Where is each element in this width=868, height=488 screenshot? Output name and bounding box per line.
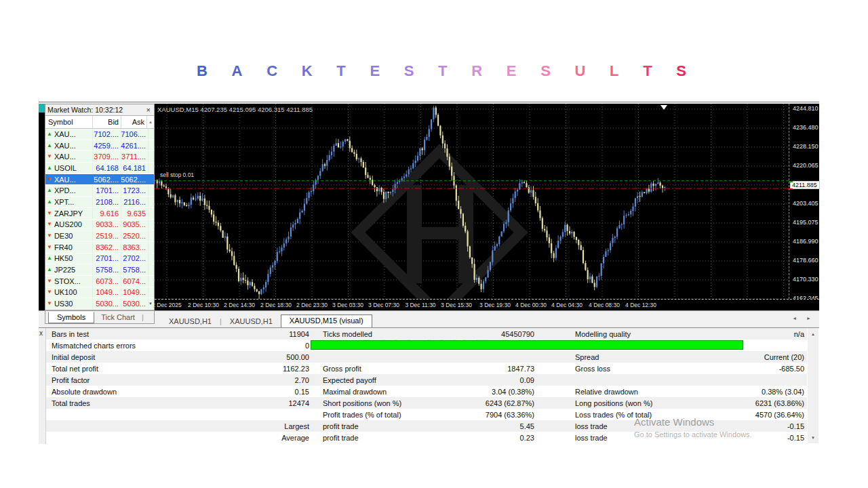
symbol-cell: ▲JP225 [45,264,93,275]
metric-label: Short positions (won %) [317,399,480,407]
market-watch-row[interactable]: ▲XAU...7102....7106.... [45,129,154,140]
market-watch-row[interactable]: ▼AUS2009033...9035... [45,220,154,231]
market-watch-row[interactable]: ▲XAU...4259....4261.... [45,140,154,152]
symbol-cell: ▲USOIL [45,163,93,174]
scroll-down-icon[interactable]: ▼ [149,302,154,306]
column-symbol[interactable]: Symbol [45,116,93,128]
chart-tab[interactable]: XAUUSD,H1 [222,316,281,327]
scroll-up-icon[interactable]: ▲ [808,329,818,339]
metric-label: Modelling quality [570,330,751,338]
tab-tick-chart[interactable]: Tick Chart [94,312,142,322]
arrow-down-icon: ▼ [47,211,52,216]
arrow-down-icon: ▼ [47,301,52,306]
time-tick: 3 Dec 07:30 [368,302,399,308]
price-tick: 4195.075 [793,219,818,226]
market-watch-row[interactable]: ▲XPT...2108...2116... [45,197,154,208]
scroll-down-icon[interactable]: ▼ [808,432,818,443]
market-watch-row[interactable]: ▼UK1001049...1049... [45,287,154,299]
column-bid[interactable]: Bid [93,116,121,128]
ask-cell: 1723... [121,185,149,196]
title-letter: R [471,62,482,80]
metric-value: Largest [255,422,312,430]
close-icon[interactable]: x [39,329,43,337]
title-letter: C [267,62,277,80]
ask-cell: 1049... [121,287,149,298]
mt4-window: Market Watch: 10:32:12 × Symbol Bid Ask … [39,102,819,443]
time-axis[interactable]: 2 Dec 20252 Dec 10:302 Dec 14:302 Dec 18… [155,299,819,310]
chart-tab[interactable]: XAUUSD,M15 (visual) [281,314,372,328]
title-letter: B [197,62,208,80]
ask-cell: 2116... [121,197,149,207]
arrow-up-icon: ▲ [47,267,52,272]
column-ask[interactable]: Ask [121,116,147,128]
metric-label: Total trades [46,399,255,407]
symbol-name: FR40 [54,243,73,251]
market-watch-row[interactable]: ▼US305030...5030...▼ [45,298,154,310]
symbol-cell: ▼AUS200 [45,220,93,230]
scroll-up-icon[interactable]: ▲ [147,120,154,124]
price-tick: 4220.065 [793,162,818,169]
ask-cell: 5030... [121,298,149,309]
metric-value: 0.15 [255,388,312,396]
market-watch-row[interactable]: ▼XAU...3709....3711.... [45,151,154,163]
metric-label: Bars in test [46,330,255,338]
market-watch-row[interactable]: ▼FR408362...8363... [45,242,154,253]
symbol-cell: ▼STOX... [45,276,93,287]
metric-value: 11904 [255,330,312,338]
arrow-up-icon: ▲ [47,188,52,193]
symbol-cell: ▲XPT... [45,197,93,207]
time-tick: 4 Dec 00:30 [515,302,547,308]
metric-label: Expected payoff [317,376,480,384]
market-watch-row[interactable]: ▼ZARJPY9.6169.635 [45,208,154,220]
bid-cell: 1049... [93,287,121,298]
symbol-name: USOIL [54,164,77,172]
ask-cell: 9.635 [121,208,149,219]
ask-cell: 4261.... [121,140,149,151]
metric-label: Absolute drawdown [46,388,255,396]
market-watch-row[interactable]: ▲XPD...1701...1723... [45,185,154,197]
price-tick: 4178.660 [793,257,818,264]
metric-value: 500.00 [255,353,312,361]
results-row: Absolute drawdown0.15Maximal drawdown3.0… [46,386,807,397]
arrow-down-icon: ▼ [47,154,52,159]
time-tick: 2 Dec 14:30 [224,302,255,308]
market-watch-row[interactable]: ▼DE302519...2520... [45,230,154,242]
metric-value: 6243 (62.87%) [480,399,537,407]
market-watch-row[interactable]: ▲JP2255758...5758... [45,264,154,276]
chart-tab[interactable]: XAUUSD,H1 [161,316,220,327]
activate-windows-watermark: Activate Windows Go to Settings to activ… [634,416,752,439]
metric-value: n/a [751,330,807,338]
arrow-down-icon: ▼ [47,177,52,182]
market-watch-row[interactable]: ▲HK502701...2702... [45,253,154,265]
arrow-up-icon: ▲ [47,143,52,148]
bid-cell: 5030... [93,298,121,309]
metric-value: 5.45 [480,422,537,430]
symbol-cell: ▼DE30 [45,230,93,241]
close-icon[interactable]: × [145,106,152,114]
time-tick: 3 Dec 15:30 [441,302,472,308]
metric-label: profit trade [317,422,480,430]
tab-scroll-arrows[interactable]: ◄ ► [792,316,815,321]
arrow-down-icon: ▼ [47,222,52,227]
metric-value: 7904 (63.36%) [480,411,537,419]
symbol-name: HK50 [54,254,73,262]
symbol-name: XPT... [54,198,74,206]
bid-cell: 9.616 [93,208,121,219]
tab-separator: | [142,313,144,321]
bid-cell: 2701... [93,253,121,264]
market-watch-row[interactable]: ▼STOX...6073...6074... [45,276,154,287]
results-scrollbar[interactable]: ▲ ▼ [808,328,818,443]
title-letter: S [676,62,686,80]
symbol-cell: ▲XAU... [45,129,93,140]
teal-accent [39,104,45,113]
ask-cell: 7106.... [121,129,149,140]
tab-symbols[interactable]: Symbols [48,312,94,323]
price-axis[interactable]: 4244.8104236.4804228.1504220.0654211.885… [789,104,819,299]
bid-cell: 5062.... [93,174,121,185]
symbol-cell: ▼FR40 [45,242,93,253]
market-watch-row[interactable]: ▲USOIL64.16864.181 [45,163,154,174]
market-watch-row[interactable]: ▼XAU...5062....5062.... [45,174,154,186]
market-watch-panel: Market Watch: 10:32:12 × Symbol Bid Ask … [45,104,155,310]
chart-plot[interactable]: XAUUSD,M15 4207.235 4215.095 4206.315 42… [155,104,789,299]
arrow-down-icon: ▼ [47,233,52,239]
